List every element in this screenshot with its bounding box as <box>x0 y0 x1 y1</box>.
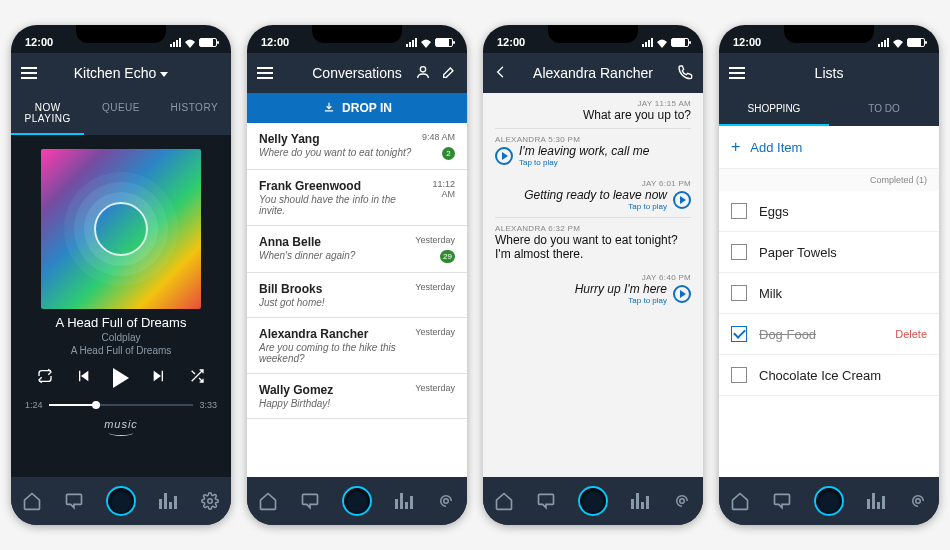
shuffle-icon[interactable] <box>189 368 205 388</box>
checkbox[interactable] <box>731 285 747 301</box>
list-item[interactable]: Paper Towels <box>719 232 939 273</box>
status-time: 12:00 <box>733 36 761 48</box>
conversation-list[interactable]: Nelly YangWhere do you want to eat tonig… <box>247 123 467 477</box>
chat-title: Alexandra Rancher <box>533 65 653 81</box>
album-art[interactable] <box>41 149 201 309</box>
app-bar: Conversations <box>247 53 467 93</box>
play-button[interactable] <box>113 368 129 388</box>
call-icon[interactable] <box>677 64 693 83</box>
app-bar: Kitchen Echo <box>11 53 231 93</box>
svg-point-2 <box>444 499 449 504</box>
phone-conversations: 12:00 Conversations DROP IN Nelly YangWh… <box>247 25 467 525</box>
nav-home-icon[interactable] <box>258 491 278 511</box>
conversation-row[interactable]: Alexandra RancherAre you coming to the h… <box>247 318 467 374</box>
tab-now-playing[interactable]: NOW PLAYING <box>11 93 84 135</box>
checkbox[interactable] <box>731 203 747 219</box>
nav-alexa-button[interactable] <box>342 486 372 516</box>
nav-alexa-button[interactable] <box>106 486 136 516</box>
play-voice-icon[interactable] <box>673 285 691 303</box>
list-item[interactable]: Milk <box>719 273 939 314</box>
nav-home-icon[interactable] <box>730 491 750 511</box>
nav-settings-icon[interactable] <box>672 491 692 511</box>
nav-activity-icon[interactable] <box>158 493 178 509</box>
convo-preview: Happy Birthday! <box>259 398 333 409</box>
page-title: Conversations <box>312 65 402 81</box>
msg-meta: JAY 11:15 AM <box>495 99 691 108</box>
nav-activity-icon[interactable] <box>394 493 414 509</box>
back-icon[interactable] <box>493 64 509 83</box>
next-icon[interactable] <box>151 368 167 388</box>
menu-icon[interactable] <box>257 67 273 79</box>
conversation-row[interactable]: Wally GomezHappy Birthday!Yesterday <box>247 374 467 419</box>
tab-todo[interactable]: TO DO <box>829 93 939 126</box>
compose-icon[interactable] <box>441 64 457 83</box>
nav-settings-icon[interactable] <box>436 491 456 511</box>
phone-chat: 12:00 Alexandra Rancher JAY 11:15 AM Wha… <box>483 25 703 525</box>
bottom-nav <box>11 477 231 525</box>
prev-icon[interactable] <box>75 368 91 388</box>
tab-history[interactable]: HISTORY <box>158 93 231 135</box>
status-time: 12:00 <box>497 36 525 48</box>
delete-button[interactable]: Delete <box>895 328 927 340</box>
status-time: 12:00 <box>25 36 53 48</box>
conversation-row[interactable]: Frank GreenwoodYou should have the info … <box>247 170 467 226</box>
drop-in-button[interactable]: DROP IN <box>247 93 467 123</box>
phone-lists: 12:00 Lists SHOPPING TO DO + Add Item Co… <box>719 25 939 525</box>
list-item-label: Chocolate Ice Cream <box>759 368 881 383</box>
play-voice-icon[interactable] <box>673 191 691 209</box>
chat-content[interactable]: JAY 11:15 AM What are you up to? ALEXAND… <box>483 93 703 477</box>
time-total: 3:33 <box>199 400 217 410</box>
device-selector[interactable]: Kitchen Echo <box>74 65 169 81</box>
checkbox[interactable] <box>731 244 747 260</box>
play-voice-icon[interactable] <box>495 147 513 165</box>
phone-music: 12:00 Kitchen Echo NOW PLAYING QUEUE HIS… <box>11 25 231 525</box>
msg-text: Hurry up I'm here <box>575 282 667 296</box>
notch <box>548 25 638 43</box>
menu-icon[interactable] <box>21 67 37 79</box>
player-controls <box>11 368 231 388</box>
status-icons <box>170 38 217 47</box>
wifi-icon <box>656 38 668 47</box>
nav-chat-icon[interactable] <box>300 491 320 511</box>
wifi-icon <box>184 38 196 47</box>
tab-shopping[interactable]: SHOPPING <box>719 93 829 126</box>
menu-icon[interactable] <box>729 67 745 79</box>
nav-settings-icon[interactable] <box>200 491 220 511</box>
progress-bar[interactable]: 1:24 3:33 <box>11 400 231 410</box>
nav-alexa-button[interactable] <box>578 486 608 516</box>
nav-alexa-button[interactable] <box>814 486 844 516</box>
nav-home-icon[interactable] <box>494 491 514 511</box>
conversation-row[interactable]: Bill BrooksJust got home!Yesterday <box>247 273 467 318</box>
nav-chat-icon[interactable] <box>772 491 792 511</box>
contacts-icon[interactable] <box>415 64 431 83</box>
checkbox[interactable] <box>731 367 747 383</box>
conversation-row[interactable]: Anna BelleWhen's dinner again?Yesterday2… <box>247 226 467 273</box>
add-item-button[interactable]: + Add Item <box>719 126 939 169</box>
wifi-icon <box>420 38 432 47</box>
nav-chat-icon[interactable] <box>64 491 84 511</box>
repeat-icon[interactable] <box>37 368 53 388</box>
completed-count[interactable]: Completed (1) <box>719 169 939 191</box>
conversation-row[interactable]: Nelly YangWhere do you want to eat tonig… <box>247 123 467 170</box>
track-title: A Head Full of Dreams <box>11 315 231 330</box>
convo-preview: Where do you want to eat tonight? <box>259 147 411 158</box>
convo-time: 9:48 AM <box>422 132 455 142</box>
list-item[interactable]: Dog FoodDelete <box>719 314 939 355</box>
list-item[interactable]: Eggs <box>719 191 939 232</box>
nav-settings-icon[interactable] <box>908 491 928 511</box>
list-item[interactable]: Chocolate Ice Cream <box>719 355 939 396</box>
track-album: A Head Full of Dreams <box>11 345 231 356</box>
nav-home-icon[interactable] <box>22 491 42 511</box>
checkbox[interactable] <box>731 326 747 342</box>
nav-chat-icon[interactable] <box>536 491 556 511</box>
tap-to-play[interactable]: Tap to play <box>524 202 667 211</box>
tap-to-play[interactable]: Tap to play <box>519 158 649 167</box>
battery-icon <box>907 38 925 47</box>
nav-activity-icon[interactable] <box>630 493 650 509</box>
convo-preview: Just got home! <box>259 297 325 308</box>
convo-name: Frank Greenwood <box>259 179 418 193</box>
tab-queue[interactable]: QUEUE <box>84 93 157 135</box>
tap-to-play[interactable]: Tap to play <box>575 296 667 305</box>
time-elapsed: 1:24 <box>25 400 43 410</box>
nav-activity-icon[interactable] <box>866 493 886 509</box>
